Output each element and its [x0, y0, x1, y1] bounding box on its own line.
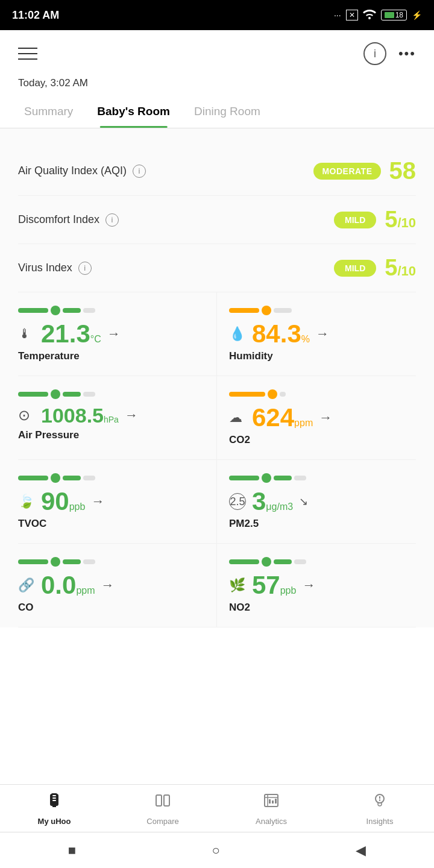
- tabs: Summary Baby's Room Dining Room: [0, 96, 434, 128]
- pm25-row: 2.5 3μg/m3 ↘: [229, 489, 410, 514]
- info-icon: i: [374, 48, 376, 60]
- no2-bar: [229, 557, 410, 567]
- discomfort-info-icon[interactable]: i: [105, 213, 119, 227]
- virus-info-icon[interactable]: i: [78, 262, 92, 275]
- pressure-bar: [18, 389, 204, 399]
- android-nav-bar: ■ ○ ◀: [0, 832, 434, 868]
- aqi-badge: MODERATE: [313, 163, 380, 180]
- nav-myuhoo[interactable]: My uHoo: [0, 792, 108, 826]
- co-row: 🔗 0.0ppm →: [18, 573, 204, 598]
- pm25-cell: 2.5 3μg/m3 ↘ PM2.5: [217, 460, 416, 544]
- aqi-value: 58: [389, 157, 417, 184]
- status-icons: ··· ✕ 18 ⚡: [334, 10, 422, 21]
- analytics-icon: [263, 792, 280, 813]
- svg-point-0: [368, 17, 371, 19]
- tvoc-bar: [18, 473, 204, 483]
- more-button[interactable]: •••: [398, 46, 416, 61]
- wifi-icon: [363, 10, 376, 21]
- tvoc-row: 🍃 90ppb →: [18, 489, 204, 514]
- svg-rect-6: [52, 800, 56, 801]
- no2-icon: 🌿: [229, 577, 246, 593]
- pm25-arrow: ↘: [299, 495, 308, 508]
- pm25-label: PM2.5: [229, 518, 410, 530]
- tab-diningroom[interactable]: Dining Room: [182, 96, 272, 128]
- humidity-value: 84.3%: [252, 321, 310, 347]
- android-home-btn[interactable]: ○: [212, 843, 220, 858]
- no2-label: NO2: [229, 602, 410, 614]
- co2-row: ☁ 624ppm →: [229, 405, 410, 430]
- header-right: i •••: [363, 42, 416, 65]
- pressure-cell: ⊙ 1008.5hPa → Air Pressure: [18, 376, 217, 460]
- aqi-row: Air Quality Index (AQI) i MODERATE 58: [18, 146, 416, 196]
- svg-rect-14: [275, 799, 277, 804]
- svg-rect-12: [269, 799, 271, 804]
- no2-value: 57ppb: [252, 573, 296, 598]
- co-bar: [18, 557, 204, 567]
- co2-label: CO2: [229, 434, 410, 446]
- android-square-btn[interactable]: ■: [68, 843, 76, 858]
- nav-analytics[interactable]: Analytics: [217, 792, 326, 826]
- svg-rect-4: [52, 795, 56, 796]
- nav-insights[interactable]: Insights: [326, 792, 434, 826]
- pressure-row: ⊙ 1008.5hPa →: [18, 405, 204, 426]
- tvoc-cell: 🍃 90ppb → TVOC: [18, 460, 217, 544]
- virus-right: MILD 5/10: [334, 255, 416, 281]
- discomfort-badge: MILD: [334, 212, 376, 228]
- virus-value: 5/10: [385, 255, 416, 281]
- pressure-label: Air Pressure: [18, 429, 204, 441]
- humidity-row: 💧 84.3% →: [229, 321, 410, 347]
- aqi-right: MODERATE 58: [313, 157, 416, 184]
- dots-icon: ···: [334, 10, 341, 20]
- tab-babysroom[interactable]: Baby's Room: [85, 96, 182, 128]
- svg-rect-8: [164, 795, 169, 806]
- tvoc-arrow: →: [91, 494, 104, 509]
- header: i •••: [0, 30, 434, 77]
- humidity-arrow: →: [316, 326, 329, 342]
- tvoc-value: 90ppb: [41, 489, 85, 514]
- temp-label: Temperature: [18, 350, 204, 362]
- co-value: 0.0ppm: [41, 573, 95, 598]
- virus-label: Virus Index i: [18, 262, 92, 275]
- menu-button[interactable]: [18, 48, 37, 60]
- pm25-value: 3μg/m3: [252, 489, 293, 514]
- temp-value: 21.3°C: [41, 321, 101, 347]
- co-arrow: →: [101, 577, 115, 593]
- humidity-label: Humidity: [229, 350, 410, 362]
- pm25-icon: 2.5: [229, 493, 246, 510]
- nav-compare[interactable]: Compare: [108, 792, 217, 826]
- svg-rect-13: [272, 800, 274, 804]
- co2-arrow: →: [319, 410, 332, 426]
- myuhoo-label: My uHoo: [38, 817, 71, 826]
- pressure-arrow: →: [125, 407, 138, 423]
- info-button[interactable]: i: [363, 42, 386, 65]
- no2-cell: 🌿 57ppb → NO2: [217, 544, 416, 627]
- status-time: 11:02 AM: [12, 9, 59, 22]
- co-icon: 🔗: [18, 577, 35, 593]
- aqi-label: Air Quality Index (AQI) i: [18, 165, 146, 178]
- tab-summary[interactable]: Summary: [12, 96, 85, 128]
- myuhoo-icon: [46, 792, 63, 813]
- discomfort-row: Discomfort Index i MILD 5/10: [18, 196, 416, 244]
- no2-arrow: →: [302, 577, 315, 593]
- temp-arrow: →: [107, 326, 121, 342]
- compare-icon: [154, 792, 171, 813]
- temp-bar: [18, 306, 204, 315]
- no2-row: 🌿 57ppb →: [229, 573, 410, 598]
- pressure-icon: ⊙: [18, 407, 35, 424]
- co2-cell: ☁ 624ppm → CO2: [217, 376, 416, 460]
- discomfort-value: 5/10: [385, 207, 416, 233]
- analytics-label: Analytics: [256, 817, 287, 826]
- temperature-cell: 🌡 21.3°C → Temperature: [18, 292, 217, 376]
- aqi-info-icon[interactable]: i: [133, 165, 146, 178]
- android-back-btn[interactable]: ◀: [356, 843, 366, 858]
- svg-rect-5: [52, 797, 56, 799]
- humidity-icon: 💧: [229, 326, 246, 342]
- sensor-grid: 🌡 21.3°C → Temperature 💧 84.3% → Humidit…: [18, 292, 416, 627]
- svg-rect-2: [52, 805, 56, 807]
- date-label: Today, 3:02 AM: [0, 77, 434, 96]
- humidity-cell: 💧 84.3% → Humidity: [217, 292, 416, 376]
- discomfort-label: Discomfort Index i: [18, 213, 119, 227]
- main-content: Air Quality Index (AQI) i MODERATE 58 Di…: [0, 128, 434, 627]
- insights-icon: [371, 792, 388, 813]
- virus-row: Virus Index i MILD 5/10: [18, 244, 416, 292]
